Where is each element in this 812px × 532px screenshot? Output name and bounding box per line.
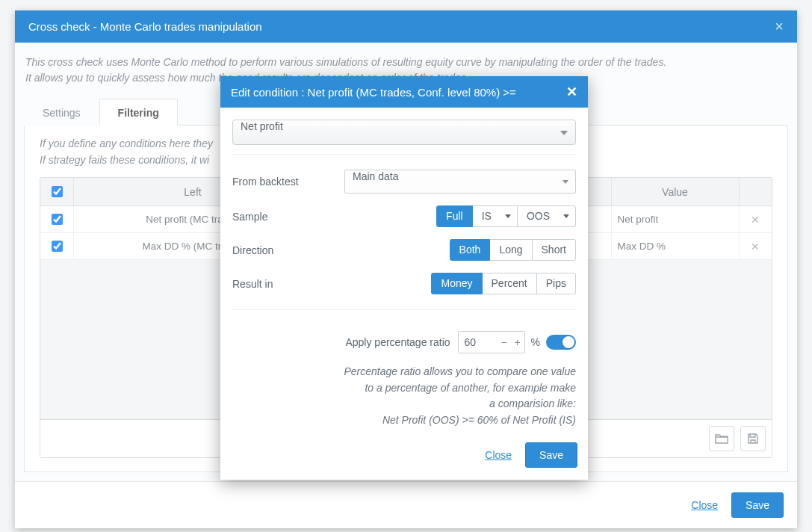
close-link[interactable]: Close bbox=[691, 499, 718, 511]
help-l4: Net Profit (OOS) >= 60% of Net Profit (I… bbox=[382, 414, 576, 426]
edit-condition-modal: Edit condition : Net profit (MC trades, … bbox=[220, 76, 588, 480]
row-apply-ratio: Apply percentage ratio − + % bbox=[232, 319, 576, 359]
delete-row-icon[interactable]: ✕ bbox=[751, 241, 760, 253]
close-icon[interactable]: × bbox=[775, 18, 784, 35]
metric-dropdown[interactable]: Net profit bbox=[232, 120, 576, 145]
delete-row-icon[interactable]: ✕ bbox=[751, 214, 760, 226]
open-folder-button[interactable] bbox=[709, 426, 734, 451]
row-value: Net profit bbox=[611, 206, 739, 233]
crosscheck-title: Cross check - Monte Carlo trades manipul… bbox=[28, 20, 262, 33]
col-checkbox bbox=[40, 178, 73, 206]
row-direction: Direction Both Long Short bbox=[232, 233, 576, 267]
from-backtest-value: Main data bbox=[353, 170, 398, 182]
metric-dropdown-value: Net profit bbox=[241, 120, 283, 132]
row-value: Max DD % bbox=[611, 233, 739, 260]
row-checkbox[interactable] bbox=[52, 214, 63, 225]
row-from-backtest: From backtest Main data bbox=[232, 164, 576, 200]
col-value: Value bbox=[611, 178, 739, 206]
result-pips[interactable]: Pips bbox=[536, 273, 576, 294]
hint-line-2: If strategy fails these conditions, it w… bbox=[40, 154, 209, 166]
sample-full[interactable]: Full bbox=[436, 205, 473, 227]
sample-is-label: IS bbox=[482, 210, 492, 222]
direction-group: Both Long Short bbox=[450, 239, 576, 261]
modal-footer: Close Save bbox=[220, 435, 588, 480]
close-icon[interactable]: ✕ bbox=[566, 84, 577, 100]
ratio-help-text: Percentage ratio allows you to compare o… bbox=[232, 364, 576, 429]
result-in-group: Money Percent Pips bbox=[431, 273, 576, 294]
modal-save-button[interactable]: Save bbox=[525, 442, 577, 468]
sample-label: Sample bbox=[232, 211, 344, 223]
result-money[interactable]: Money bbox=[431, 273, 482, 294]
direction-long[interactable]: Long bbox=[489, 239, 532, 261]
ratio-suffix: % bbox=[531, 336, 540, 348]
tab-filtering[interactable]: Filtering bbox=[99, 99, 178, 126]
help-l2: to a percentage of another, for example … bbox=[365, 382, 576, 394]
save-icon bbox=[747, 433, 759, 445]
ratio-number-input[interactable]: − + bbox=[458, 331, 525, 353]
ratio-decrement[interactable]: − bbox=[498, 336, 511, 348]
modal-title: Edit condition : Net profit (MC trades, … bbox=[231, 86, 516, 99]
save-disk-button[interactable] bbox=[740, 426, 766, 451]
row-checkbox[interactable] bbox=[52, 241, 63, 252]
sample-group: Full IS OOS bbox=[436, 205, 576, 227]
col-delete bbox=[739, 178, 772, 206]
crosscheck-title-bar: Cross check - Monte Carlo trades manipul… bbox=[15, 10, 797, 43]
sample-oos-label: OOS bbox=[527, 210, 550, 222]
row-sample: Sample Full IS OOS bbox=[232, 200, 576, 233]
crosscheck-footer: Close Save bbox=[15, 481, 797, 528]
select-all-checkbox[interactable] bbox=[52, 186, 63, 197]
desc-line-1: This cross check uses Monte Carlo method… bbox=[25, 56, 666, 68]
direction-label: Direction bbox=[232, 244, 344, 256]
result-percent[interactable]: Percent bbox=[482, 273, 537, 294]
direction-short[interactable]: Short bbox=[532, 239, 576, 261]
from-backtest-label: From backtest bbox=[232, 176, 344, 188]
sample-oos-dropdown[interactable]: OOS bbox=[517, 205, 576, 227]
tab-settings[interactable]: Settings bbox=[24, 99, 99, 126]
help-l3: a comparision like: bbox=[489, 398, 576, 409]
apply-ratio-label: Apply percentage ratio bbox=[232, 336, 458, 348]
row-result-in: Result in Money Percent Pips bbox=[232, 267, 576, 300]
help-l1: Percentage ratio allows you to compare o… bbox=[344, 365, 576, 377]
ratio-increment[interactable]: + bbox=[511, 336, 524, 348]
modal-close-link[interactable]: Close bbox=[485, 449, 512, 461]
result-in-label: Result in bbox=[232, 278, 344, 290]
hint-line-1: If you define any conditions here they bbox=[40, 137, 213, 149]
direction-both[interactable]: Both bbox=[450, 239, 491, 261]
sample-is-dropdown[interactable]: IS bbox=[472, 205, 518, 227]
folder-icon bbox=[715, 433, 728, 445]
from-backtest-dropdown[interactable]: Main data bbox=[344, 170, 576, 194]
modal-title-bar: Edit condition : Net profit (MC trades, … bbox=[220, 76, 588, 108]
ratio-value[interactable] bbox=[459, 332, 498, 353]
ratio-toggle[interactable] bbox=[546, 335, 576, 350]
save-button[interactable]: Save bbox=[731, 492, 784, 518]
